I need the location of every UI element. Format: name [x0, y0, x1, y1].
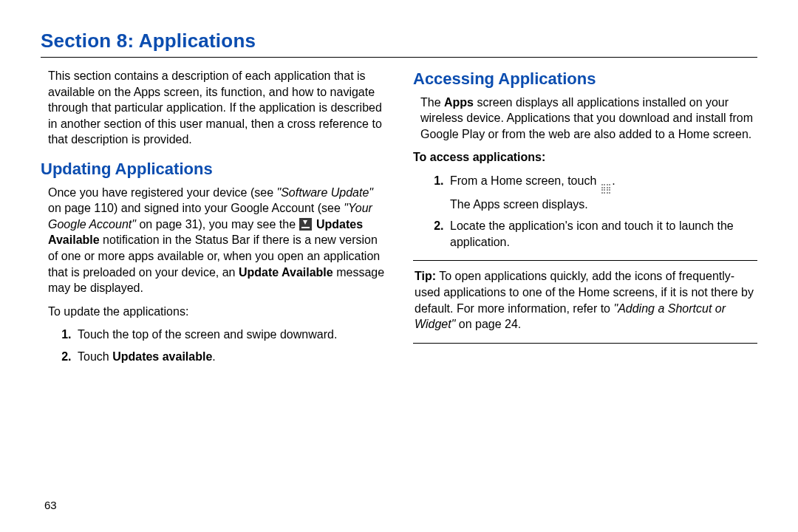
bold-text: Update Available: [239, 266, 333, 279]
step-item: Touch Updates available.: [75, 349, 385, 365]
section-title: Section 8: Applications: [41, 30, 757, 52]
download-icon: [299, 218, 312, 231]
cross-ref: "Software Update": [277, 186, 374, 199]
right-column: Accessing Applications The Apps screen d…: [413, 68, 757, 371]
update-steps-list: Touch the top of the screen and swipe do…: [41, 327, 385, 364]
text: .: [212, 350, 215, 363]
heading-accessing: Accessing Applications: [413, 68, 757, 90]
tip-label: Tip:: [415, 270, 436, 282]
apps-grid-icon: [601, 184, 611, 194]
text: on page 31), you may see the: [136, 218, 299, 231]
tip-paragraph: Tip: To open applications quickly, add t…: [413, 268, 757, 332]
bold-text: Updates available: [112, 350, 212, 363]
step-item: Touch the top of the screen and swipe do…: [75, 327, 385, 343]
step-item: From a Home screen, touch . The Apps scr…: [447, 173, 757, 212]
title-rule: [41, 57, 757, 58]
text: The: [420, 96, 444, 109]
text: Touch: [78, 350, 112, 363]
text: .: [612, 174, 615, 187]
text: Once you have registered your device (se…: [48, 186, 277, 199]
intro-paragraph: This section contains a description of e…: [41, 68, 385, 148]
page-number: 63: [44, 499, 57, 511]
bold-text: Apps: [444, 96, 474, 109]
left-column: This section contains a description of e…: [41, 68, 385, 371]
updating-paragraph: Once you have registered your device (se…: [41, 185, 385, 296]
access-steps-list: From a Home screen, touch . The Apps scr…: [413, 173, 757, 250]
step-sub-text: The Apps screen displays.: [450, 197, 757, 213]
tip-top-rule: [413, 260, 757, 261]
heading-updating: Updating Applications: [41, 158, 385, 180]
to-update-label: To update the applications:: [41, 304, 385, 320]
text: on page 110) and signed into your Google…: [48, 202, 344, 214]
tip-bottom-rule: [413, 343, 757, 344]
access-paragraph: The Apps screen displays all application…: [413, 95, 757, 143]
to-access-label: To access applications:: [413, 149, 757, 166]
text: on page 24.: [455, 318, 521, 330]
text: From a Home screen, touch: [450, 174, 600, 187]
step-item: Locate the application's icon and touch …: [447, 218, 757, 250]
two-column-layout: This section contains a description of e…: [41, 68, 757, 371]
manual-page: Section 8: Applications This section con…: [0, 0, 798, 532]
